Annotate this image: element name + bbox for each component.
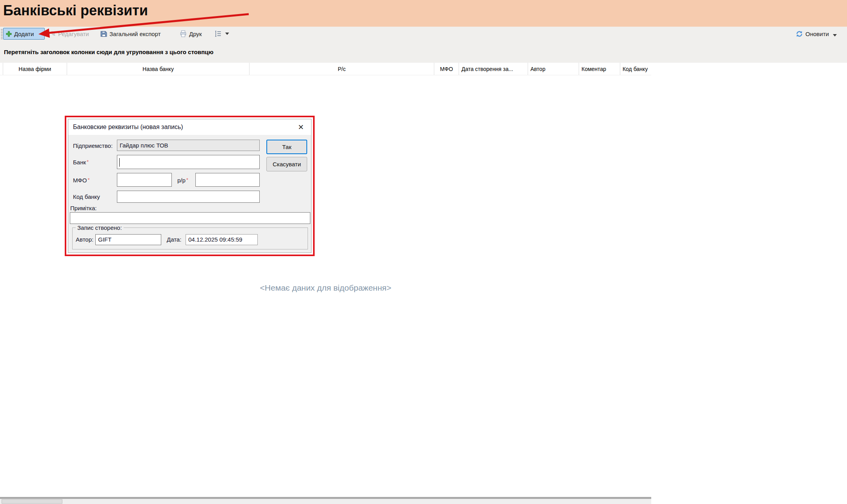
grid-empty-message: <Немає даних для відображення>	[0, 283, 651, 293]
dialog-titlebar[interactable]: Банковские реквизиты (новая запись)	[68, 119, 311, 135]
pencil-icon: ✎	[50, 30, 56, 38]
ok-button[interactable]: Так	[266, 140, 307, 154]
group-by-panel: Перетягніть заголовок колонки сюди для у…	[4, 49, 213, 55]
refresh-button-label: Оновити	[805, 31, 829, 37]
mfo-input[interactable]	[117, 173, 172, 187]
required-asterisk: *	[87, 159, 89, 165]
bank-code-label: Код банку	[73, 193, 100, 200]
column-header-comment[interactable]: Коментар	[579, 63, 620, 75]
note-label: Примітка:	[70, 205, 97, 211]
column-header-account[interactable]: Р/с	[250, 63, 434, 75]
bank-code-input[interactable]	[117, 191, 260, 203]
column-header-bank-code[interactable]: Код банку	[620, 63, 651, 75]
refresh-icon	[796, 30, 803, 38]
print-button[interactable]: Друк	[177, 28, 204, 40]
record-created-legend: Запис створено:	[76, 224, 124, 231]
column-header-firm[interactable]: Назва фірми	[3, 63, 67, 75]
account-label: р/р*	[177, 177, 188, 184]
edit-button[interactable]: ✎ Редагувати	[48, 28, 91, 40]
export-button[interactable]: Загальний експорт	[98, 28, 163, 40]
text-caret	[119, 158, 120, 167]
enterprise-field: Гайдар плюс ТОВ	[117, 140, 260, 151]
account-input[interactable]	[195, 173, 260, 187]
add-button[interactable]: Додати	[3, 28, 45, 40]
bank-input[interactable]	[117, 155, 260, 169]
note-input[interactable]	[70, 212, 310, 224]
line-spacing-icon	[214, 31, 221, 37]
grid-header-row: Назва фірми Назва банку Р/с МФО Дата ств…	[0, 63, 651, 75]
enterprise-label: Підприемство:	[73, 142, 113, 149]
required-asterisk: *	[87, 177, 89, 183]
author-label: Автор:	[76, 236, 93, 243]
author-field: GIFT	[95, 234, 161, 245]
refresh-button[interactable]: Оновити	[793, 28, 845, 40]
close-icon[interactable]: ×	[295, 121, 307, 133]
floppy-disk-icon	[100, 31, 107, 37]
date-label: Дата:	[167, 236, 181, 243]
toolbar-grip-handle[interactable]	[1, 29, 3, 39]
column-header-author[interactable]: Автор	[528, 63, 579, 75]
horizontal-scrollbar-thumb[interactable]	[2, 499, 62, 504]
record-created-group: Запис створено: Автор: GIFT Дата: 04.12.…	[72, 224, 308, 249]
print-button-label: Друк	[189, 31, 202, 37]
bank-details-dialog: Банковские реквизиты (новая запись) × Пі…	[68, 119, 311, 253]
required-asterisk: *	[186, 177, 188, 183]
page-title: Банківські реквізити	[3, 2, 148, 19]
horizontal-scrollbar[interactable]	[0, 499, 651, 504]
column-header-mfo[interactable]: МФО	[434, 63, 459, 75]
export-button-label: Загальний експорт	[109, 31, 161, 37]
row-height-menu-button[interactable]	[212, 28, 231, 40]
cancel-button[interactable]: Скасувати	[266, 157, 307, 171]
column-header-bank-name[interactable]: Назва банку	[67, 63, 250, 75]
dialog-title: Банковские реквизиты (новая запись)	[73, 124, 183, 131]
bank-label: Банк*	[73, 159, 89, 166]
add-button-label: Додати	[14, 31, 34, 37]
chevron-down-icon	[225, 33, 229, 35]
chevron-down-icon	[833, 34, 837, 36]
plus-icon	[6, 31, 12, 37]
edit-button-label: Редагувати	[58, 31, 89, 37]
date-field: 04.12.2025 09:45:59	[186, 234, 258, 245]
column-header-created-date[interactable]: Дата створення за...	[459, 63, 528, 75]
mfo-label: МФО*	[73, 177, 89, 184]
grid-indent-cell	[0, 63, 3, 75]
printer-icon	[180, 30, 187, 37]
